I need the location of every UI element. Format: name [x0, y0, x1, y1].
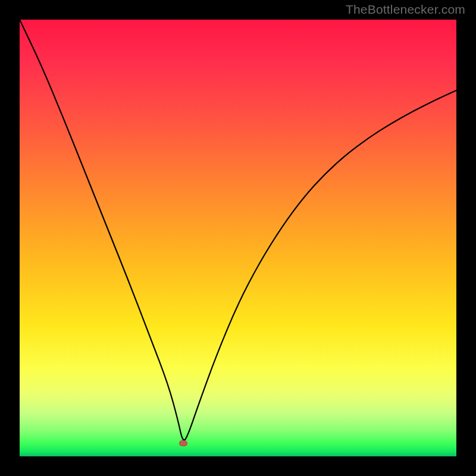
chart-frame: TheBottlenecker.com [0, 0, 476, 476]
watermark-text: TheBottlenecker.com [346, 2, 465, 17]
curve-layer [20, 20, 456, 456]
bottleneck-curve [20, 20, 456, 440]
plot-area [20, 20, 456, 456]
optimum-marker [179, 440, 187, 446]
